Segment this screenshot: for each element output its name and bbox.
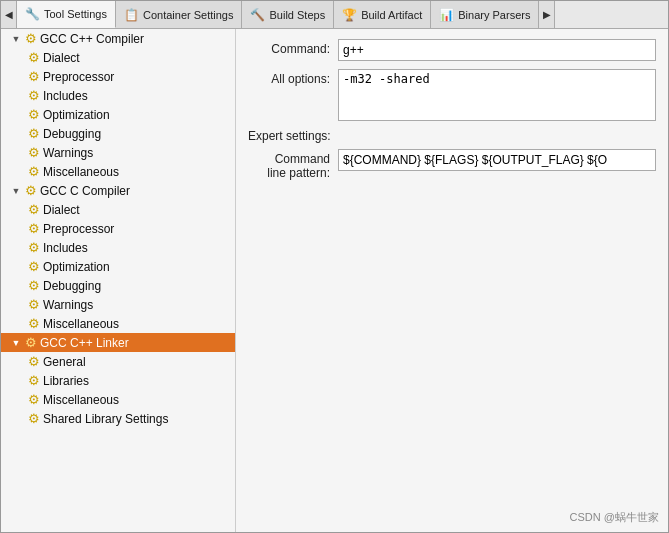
command-row: Command: [248, 39, 656, 61]
all-options-textarea[interactable]: -m32 -shared [338, 69, 656, 121]
command-label: Command: [248, 39, 338, 56]
gear-icon: ⚙ [28, 392, 40, 407]
command-line-pattern-input[interactable] [338, 149, 656, 171]
tree-item-optimization-2-label: Optimization [43, 260, 110, 274]
tab-build-steps[interactable]: 🔨 Build Steps [242, 1, 334, 28]
tree-item-shared-library-settings-label: Shared Library Settings [43, 412, 168, 426]
tree-item-debugging-1-label: Debugging [43, 127, 101, 141]
tree-group-gcc-c-compiler-label: GCC C Compiler [40, 184, 130, 198]
gear-icon: ⚙ [28, 69, 40, 84]
tree-item-includes-2[interactable]: ⚙ Includes [1, 238, 235, 257]
gear-icon: ⚙ [28, 107, 40, 122]
tree-item-optimization-1[interactable]: ⚙ Optimization [1, 105, 235, 124]
gear-icon: ⚙ [25, 183, 37, 198]
tree-item-preprocessor-1[interactable]: ⚙ Preprocessor [1, 67, 235, 86]
tree-item-miscellaneous-3[interactable]: ⚙ Miscellaneous [1, 390, 235, 409]
command-input[interactable] [338, 39, 656, 61]
gear-icon: ⚙ [28, 164, 40, 179]
tree-item-includes-1-label: Includes [43, 89, 88, 103]
all-options-label: All options: [248, 69, 338, 86]
gear-icon: ⚙ [28, 50, 40, 65]
tree-item-dialect-1[interactable]: ⚙ Dialect [1, 48, 235, 67]
tree-group-gcc-cpp-linker[interactable]: ▼ ⚙ GCC C++ Linker [1, 333, 235, 352]
tree-panel: ▼ ⚙ GCC C++ Compiler ⚙ Dialect ⚙ Preproc… [1, 29, 236, 533]
gear-icon: ⚙ [28, 373, 40, 388]
gear-icon: ⚙ [28, 145, 40, 160]
tree-item-general-1[interactable]: ⚙ General [1, 352, 235, 371]
tab-tool-settings[interactable]: 🔧 Tool Settings [17, 1, 116, 28]
chevron-down-icon: ▼ [10, 186, 22, 196]
command-line-pattern-row: Command line pattern: [248, 149, 656, 180]
tree-item-preprocessor-1-label: Preprocessor [43, 70, 114, 84]
tab-build-artifact-icon: 🏆 [342, 8, 357, 22]
settings-panel: Command: All options: -m32 -shared Exper… [236, 29, 668, 533]
chevron-down-icon: ▼ [10, 338, 22, 348]
gear-icon: ⚙ [28, 278, 40, 293]
tree-item-miscellaneous-2[interactable]: ⚙ Miscellaneous [1, 314, 235, 333]
tab-binary-parsers-label: Binary Parsers [458, 9, 530, 21]
tab-build-steps-label: Build Steps [269, 9, 325, 21]
tree-item-general-1-label: General [43, 355, 86, 369]
gear-icon: ⚙ [28, 354, 40, 369]
gear-icon: ⚙ [28, 240, 40, 255]
tab-tool-settings-icon: 🔧 [25, 7, 40, 21]
tab-build-artifact[interactable]: 🏆 Build Artifact [334, 1, 431, 28]
tree-item-libraries-1-label: Libraries [43, 374, 89, 388]
tree-item-miscellaneous-1-label: Miscellaneous [43, 165, 119, 179]
tree-item-includes-2-label: Includes [43, 241, 88, 255]
tree-item-dialect-2-label: Dialect [43, 203, 80, 217]
tree-group-gcc-cpp-compiler[interactable]: ▼ ⚙ GCC C++ Compiler [1, 29, 235, 48]
expert-settings-header: Expert settings: [248, 129, 656, 143]
tree-item-debugging-2[interactable]: ⚙ Debugging [1, 276, 235, 295]
tree-item-preprocessor-2[interactable]: ⚙ Preprocessor [1, 219, 235, 238]
tab-container-settings-icon: 📋 [124, 8, 139, 22]
tab-nav-right[interactable]: ▶ [539, 1, 555, 28]
tree-item-miscellaneous-1[interactable]: ⚙ Miscellaneous [1, 162, 235, 181]
tree-item-optimization-1-label: Optimization [43, 108, 110, 122]
tree-group-gcc-cpp-linker-label: GCC C++ Linker [40, 336, 129, 350]
gear-icon: ⚙ [28, 202, 40, 217]
gear-icon: ⚙ [28, 259, 40, 274]
tree-item-warnings-2[interactable]: ⚙ Warnings [1, 295, 235, 314]
gear-icon: ⚙ [28, 126, 40, 141]
tree-item-includes-1[interactable]: ⚙ Includes [1, 86, 235, 105]
tab-nav-left[interactable]: ◀ [1, 1, 17, 28]
tab-bar: ◀ 🔧 Tool Settings 📋 Container Settings 🔨… [1, 1, 668, 29]
gear-icon: ⚙ [28, 88, 40, 103]
tab-binary-parsers-icon: 📊 [439, 8, 454, 22]
main-layout: ▼ ⚙ GCC C++ Compiler ⚙ Dialect ⚙ Preproc… [1, 29, 668, 533]
tree-item-miscellaneous-3-label: Miscellaneous [43, 393, 119, 407]
gear-icon: ⚙ [28, 316, 40, 331]
tab-container-settings[interactable]: 📋 Container Settings [116, 1, 243, 28]
tree-item-dialect-2[interactable]: ⚙ Dialect [1, 200, 235, 219]
all-options-row: All options: -m32 -shared [248, 69, 656, 121]
tree-item-libraries-1[interactable]: ⚙ Libraries [1, 371, 235, 390]
tree-item-optimization-2[interactable]: ⚙ Optimization [1, 257, 235, 276]
tree-item-warnings-2-label: Warnings [43, 298, 93, 312]
tree-item-debugging-2-label: Debugging [43, 279, 101, 293]
tree-item-warnings-1[interactable]: ⚙ Warnings [1, 143, 235, 162]
gear-icon: ⚙ [25, 335, 37, 350]
tab-container-settings-label: Container Settings [143, 9, 234, 21]
gear-icon: ⚙ [28, 297, 40, 312]
tab-build-steps-icon: 🔨 [250, 8, 265, 22]
tree-group-gcc-cpp-compiler-label: GCC C++ Compiler [40, 32, 144, 46]
tab-build-artifact-label: Build Artifact [361, 9, 422, 21]
gear-icon: ⚙ [25, 31, 37, 46]
tab-binary-parsers[interactable]: 📊 Binary Parsers [431, 1, 539, 28]
command-line-pattern-label: Command line pattern: [248, 149, 338, 180]
tree-item-shared-library-settings[interactable]: ⚙ Shared Library Settings [1, 409, 235, 428]
tree-item-preprocessor-2-label: Preprocessor [43, 222, 114, 236]
chevron-down-icon: ▼ [10, 34, 22, 44]
tree-item-warnings-1-label: Warnings [43, 146, 93, 160]
tab-tool-settings-label: Tool Settings [44, 8, 107, 20]
tree-item-debugging-1[interactable]: ⚙ Debugging [1, 124, 235, 143]
tree-item-miscellaneous-2-label: Miscellaneous [43, 317, 119, 331]
tree-item-dialect-1-label: Dialect [43, 51, 80, 65]
gear-icon: ⚙ [28, 221, 40, 236]
tree-group-gcc-c-compiler[interactable]: ▼ ⚙ GCC C Compiler [1, 181, 235, 200]
gear-icon: ⚙ [28, 411, 40, 426]
